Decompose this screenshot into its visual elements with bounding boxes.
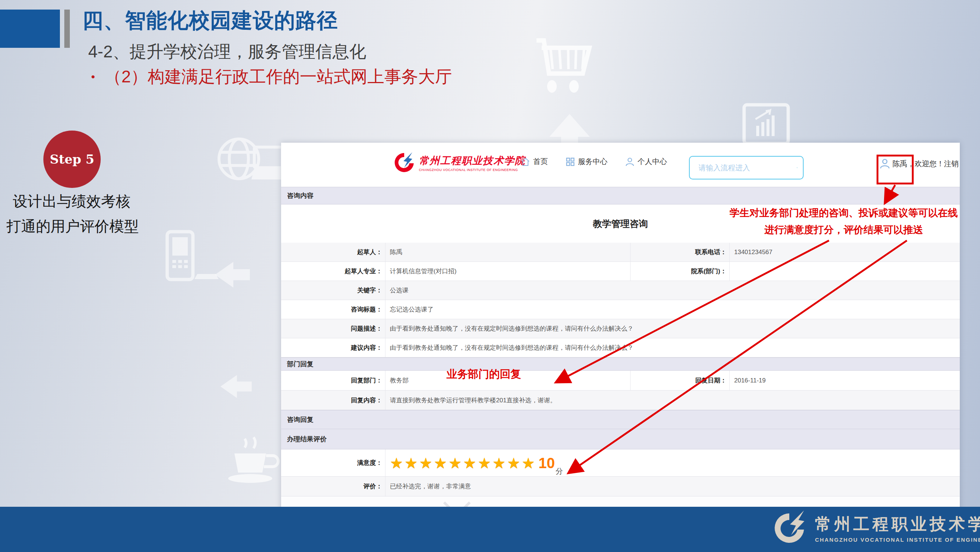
field-label: 起草人专业： (281, 262, 385, 281)
form-title: 教学管理咨询 (593, 218, 648, 230)
table-row: 关键字： 公选课 (281, 281, 960, 300)
title-accent-bar (64, 10, 70, 48)
field-label: 起草人： (281, 243, 385, 262)
home-icon (521, 157, 530, 167)
footer-logo-mark-icon (772, 510, 810, 547)
field-value: 由于看到教务处通知晚了，没有在规定时间选修到想选的课程，请问有什么办法解决么？ (385, 338, 960, 357)
person-icon (625, 157, 635, 167)
nav-item-home[interactable]: 首页 (521, 157, 548, 167)
table-row: 起草人： 陈禹 联系电话： 13401234567 (281, 243, 960, 262)
table-row: 建议内容： 由于看到教务处通知晚了，没有在规定时间选修到想选的课程，请问有什么办… (281, 338, 960, 357)
table-row: 咨询标题： 忘记选公选课了 (281, 300, 960, 319)
field-label: 回复日期： (630, 371, 729, 390)
table-row: 满意度： ★★★★★★★★★★ 10 分 (281, 449, 960, 477)
portal-logo-mark-icon (393, 152, 415, 174)
nav-item-service-center[interactable]: 服务中心 (565, 157, 608, 167)
section-consult-reply: 咨询回复 (281, 410, 960, 429)
step-label: Step 5 (49, 152, 94, 167)
footer-logo: 常州工程职业技术学院 CHANGZHOU VOCATIONAL INSTITUT… (772, 510, 980, 547)
title-accent-block (0, 10, 60, 48)
field-value: 陈禹 (385, 243, 630, 262)
nav-item-personal-center[interactable]: 个人中心 (625, 157, 667, 167)
footer-logo-text: 常州工程职业技术学院 CHANGZHOU VOCATIONAL INSTITUT… (815, 514, 980, 543)
user-area: 陈禹 ，欢迎您！ 注销 (879, 158, 959, 169)
grid-icon (565, 157, 575, 167)
field-label: 回复内容： (281, 391, 385, 410)
section-result-eval: 办理结果评价 (281, 429, 960, 449)
field-label: 问题描述： (281, 319, 385, 338)
search-input[interactable] (698, 163, 797, 172)
field-value (729, 262, 960, 281)
field-label: 评价： (281, 477, 385, 496)
field-label: 满意度： (281, 449, 385, 476)
satisfaction-unit: 分 (555, 466, 563, 476)
bullet-dot-icon: • (91, 70, 95, 83)
field-value: 请直接到教务处教学运行管理科教学楼201直接补选，谢谢。 (385, 391, 960, 410)
shopping-cart-icon (529, 37, 599, 110)
user-name: 陈禹 (892, 159, 907, 169)
field-label: 联系电话： (630, 243, 729, 262)
coffee-cup-icon (223, 436, 286, 487)
portal-header: 常州工程职业技术学院 CHANGZHOU VOCATIONAL INSTITUT… (281, 143, 960, 187)
table-row: 回复内容： 请直接到教务处教学运行管理科教学楼201直接补选，谢谢。 (281, 391, 960, 410)
satisfaction-score: 10 (539, 456, 555, 471)
portal-screenshot: 常州工程职业技术学院 CHANGZHOU VOCATIONAL INSTITUT… (281, 143, 960, 511)
field-value: 13401234567 (729, 243, 960, 262)
field-label: 建议内容： (281, 338, 385, 357)
page-title: 四、智能化校园建设的路径 (82, 6, 338, 35)
field-label: 院系(部门)： (630, 262, 729, 281)
field-value: 计算机信息管理(对口招) (385, 262, 630, 281)
field-value: 由于看到教务处通知晚了，没有在规定时间选修到想选的课程，请问有什么办法解决么？ (385, 319, 960, 338)
field-value: 2016-11-19 (729, 371, 960, 390)
field-value: 忘记选公选课了 (385, 300, 960, 319)
satisfaction-value: ★★★★★★★★★★ 10 分 (385, 449, 960, 476)
field-value: 公选课 (385, 281, 960, 300)
slide-bullet-line: • （2）构建满足行政工作的一站式网上事务大厅 (91, 65, 452, 88)
bullet-text: （2）构建满足行政工作的一站式网上事务大厅 (105, 65, 452, 88)
field-label: 关键字： (281, 281, 385, 300)
step-caption-line1: 设计出与绩效考核 (0, 191, 143, 211)
nav-item-label: 首页 (533, 157, 548, 167)
portal-logo-text: 常州工程职业技术学院 CHANGZHOU VOCATIONAL INSTITUT… (419, 154, 525, 172)
field-value: 已经补选完，谢谢，非常满意 (385, 477, 960, 496)
section-dept-reply: 部门回复 (281, 357, 960, 371)
footer-logo-cn: 常州工程职业技术学院 (815, 514, 980, 535)
slide-subtitle: 4-2、提升学校治理，服务管理信息化 (88, 40, 366, 63)
user-avatar-icon (879, 158, 890, 169)
portal-logo-en: CHANGZHOU VOCATIONAL INSTITUTE OF ENGINE… (419, 168, 525, 172)
section-consult-content: 咨询内容 (281, 187, 960, 204)
nav-item-label: 服务中心 (578, 157, 608, 167)
table-row: 回复部门： 教务部 回复日期： 2016-11-19 (281, 371, 960, 391)
search-icon[interactable] (797, 162, 798, 173)
phone-icon (164, 230, 219, 285)
step-badge: Step 5 (43, 131, 101, 188)
field-label: 咨询标题： (281, 300, 385, 319)
table-row: 评价： 已经补选完，谢谢，非常满意 (281, 477, 960, 496)
globe-laptop-icon (213, 136, 290, 188)
portal-logo: 常州工程职业技术学院 CHANGZHOU VOCATIONAL INSTITUT… (393, 152, 525, 174)
footer-bar: 常州工程职业技术学院 CHANGZHOU VOCATIONAL INSTITUT… (0, 507, 980, 552)
slide: 四、智能化校园建设的路径 4-2、提升学校治理，服务管理信息化 • （2）构建满… (0, 0, 980, 552)
search-box (689, 156, 803, 179)
annotation-note-dept-reply: 业务部门的回复 (447, 367, 521, 382)
field-label: 回复部门： (281, 371, 385, 390)
step-caption-line2: 打通的用户评价模型 (0, 216, 145, 236)
left-arrow-icon (215, 262, 250, 287)
nav-item-label: 个人中心 (638, 157, 667, 167)
table-row: 起草人专业： 计算机信息管理(对口招) 院系(部门)： (281, 262, 960, 281)
logout-link[interactable]: 注销 (944, 159, 959, 169)
footer-logo-en: CHANGZHOU VOCATIONAL INSTITUTE OF ENGINE… (815, 536, 980, 543)
star-rating[interactable]: ★★★★★★★★★★ (390, 456, 536, 471)
annotation-note-satisfaction: 学生对业务部门处理的咨询、投诉或建议等可以在线进行满意度打分，评价结果可以推送 (727, 204, 960, 238)
portal-logo-cn: 常州工程职业技术学院 (419, 154, 525, 168)
welcome-text: ，欢迎您！ (907, 159, 944, 169)
left-arrow-icon (221, 373, 252, 400)
table-row: 问题描述： 由于看到教务处通知晚了，没有在规定时间选修到想选的课程，请问有什么办… (281, 319, 960, 338)
portal-nav: 首页 服务中心 个人中心 (521, 157, 667, 167)
